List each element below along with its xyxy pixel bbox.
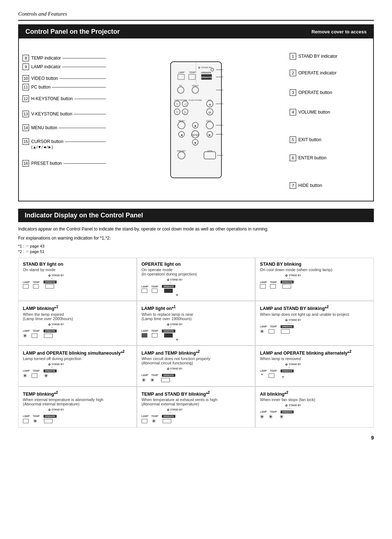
svg-text:PC: PC [179, 85, 183, 87]
label-12: 12 H-KEYSTONE button [23, 95, 102, 102]
indicator-grid: STAND BY light on On stand by mode ⏻ STA… [18, 258, 374, 427]
svg-text:▷: ▷ [184, 110, 187, 114]
page-number: 9 [18, 435, 374, 441]
indicator-description: Indicators appear on the Control Panel t… [18, 226, 374, 233]
indicator-description2: For explanations on warning indication f… [18, 235, 374, 242]
cell-temp-blinking: TEMP blinking*2 When internal temperatur… [18, 387, 137, 428]
label-2: 2 OPERATE indicator [290, 70, 369, 76]
label-15: 15 CURSOR button (▲/▼/◄/►) [23, 138, 102, 149]
control-panel-section: Control Panel on the Projector Remove co… [18, 24, 374, 201]
remove-cover-text: Remove cover to access [311, 29, 367, 34]
control-panel-title-bar: Control Panel on the Projector Remove co… [19, 25, 373, 38]
svg-text:▲: ▲ [194, 124, 197, 127]
cell-standby-light-on: STAND BY light on On stand by mode ⏻ STA… [18, 258, 137, 301]
cell-standby-blinking: STAND BY blinking On cool down mode (whe… [255, 258, 374, 301]
svg-text:◁: ◁ [184, 102, 187, 106]
label-4: 4 VOLUME button [290, 109, 369, 115]
svg-text:LAMP: LAMP [178, 71, 185, 74]
diagram-area: 8 TEMP indicator 9 LAMP indicator 10 VID… [19, 38, 373, 201]
svg-text:OPERATE: OPERATE [201, 76, 212, 78]
label-8: 8 TEMP indicator [23, 55, 102, 61]
cell-operate-light-on: OPERATE light on On operate mode(In oper… [137, 258, 256, 301]
svg-text:▼: ▼ [194, 141, 197, 145]
label-5: 5 EXIT button [290, 136, 369, 143]
svg-text:ENTER: ENTER [191, 134, 199, 136]
label-11: 11 PC button [23, 84, 102, 90]
cell-lamp-temp-blinking: LAMP and TEMP blinking*2 When circuit do… [137, 346, 256, 387]
cell-lamp-light-on: LAMP light on*1 When to replace lamp is … [137, 301, 256, 345]
page-header: Controls and Features [18, 11, 374, 17]
label-9: 9 LAMP indicator [23, 64, 102, 70]
left-labels: 8 TEMP indicator 9 LAMP indicator 10 VID… [23, 44, 102, 195]
svg-text:VIDEO: VIDEO [192, 85, 199, 87]
label-3: 3 OPERATE button [290, 89, 369, 96]
footnote2: *2 : ☞ page 51 [18, 249, 374, 254]
center-diagram: ⏻ STAND BY LAMP TEMP OPERATE OPERATE PC … [102, 44, 290, 195]
right-labels: 1 STAND BY indicator 2 OPERATE indicator… [290, 44, 369, 195]
label-1: 1 STAND BY indicator [290, 53, 369, 60]
svg-text:⊕: ⊕ [209, 103, 211, 106]
svg-text:▽: ▽ [176, 103, 179, 106]
svg-text:OPERATE: OPERATE [201, 72, 212, 74]
cell-lamp-blinking: LAMP blinking*1 When the lamp expired(La… [18, 301, 137, 345]
svg-text:▽: ▽ [176, 111, 179, 114]
projector-svg: ⏻ STAND BY LAMP TEMP OPERATE OPERATE PC … [156, 58, 236, 181]
svg-text:◄: ◄ [180, 133, 183, 137]
label-13: 13 V-KEYSTONE button [23, 111, 102, 117]
cell-lamp-operate-sim: LAMP and OPERATE blinking simultaneously… [18, 346, 137, 387]
svg-text:⊖: ⊖ [208, 111, 211, 114]
label-7: 7 HIDE button [290, 182, 369, 189]
cell-lamp-operate-alt: LAMP and OPERATE blinking alternately*2 … [255, 346, 374, 387]
cell-all-blinking: All blinking*2 When inner fan stops (fan… [255, 387, 374, 428]
svg-text:⏻ STAND BY: ⏻ STAND BY [198, 66, 212, 69]
label-10: 10 VIDEO button [23, 75, 102, 82]
svg-text:H-KEYSTONE: H-KEYSTONE [189, 99, 202, 101]
indicator-section-title: Indicator Display on the Control Panel [18, 209, 374, 222]
indicator-section: Indicator Display on the Control Panel I… [18, 209, 374, 428]
cell-temp-standby-blinking: TEMP and STAND BY blinking*2 When temper… [137, 387, 256, 428]
control-panel-title: Control Panel on the Projector [25, 28, 120, 36]
svg-text:►: ► [208, 133, 212, 137]
svg-text:TEMP: TEMP [189, 71, 196, 74]
label-16: 16 PRESET button [23, 160, 102, 167]
label-6: 6 ENTER button [290, 155, 369, 161]
label-14: 14 MENU button [23, 124, 102, 131]
cell-lamp-standby-blinking: LAMP and STAND BY blinking*2 When lamp d… [255, 301, 374, 345]
footnote1: *1 : ☞ page 43 [18, 244, 374, 249]
